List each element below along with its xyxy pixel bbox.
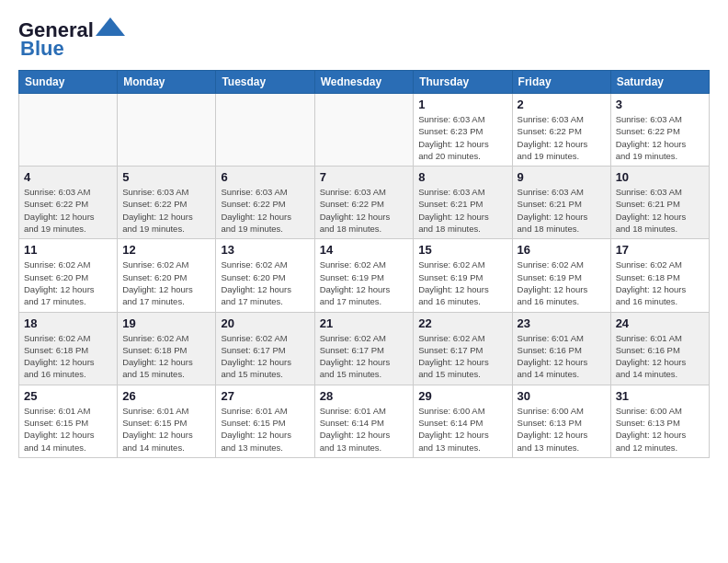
- day-info: Sunrise: 6:02 AM Sunset: 6:17 PM Dayligh…: [320, 332, 409, 381]
- day-info: Sunrise: 6:01 AM Sunset: 6:14 PM Dayligh…: [320, 405, 409, 454]
- day-info: Sunrise: 6:02 AM Sunset: 6:17 PM Dayligh…: [221, 332, 309, 381]
- day-info: Sunrise: 6:01 AM Sunset: 6:16 PM Dayligh…: [616, 332, 704, 381]
- day-number: 20: [221, 316, 309, 330]
- calendar-day-header: Monday: [118, 71, 216, 94]
- day-info: Sunrise: 6:03 AM Sunset: 6:22 PM Dayligh…: [221, 186, 309, 235]
- day-number: 16: [518, 243, 606, 257]
- day-number: 8: [418, 170, 506, 184]
- logo: General Blue: [18, 18, 125, 61]
- calendar-cell: [314, 94, 414, 167]
- logo-icon: [96, 17, 125, 36]
- svg-marker-0: [96, 17, 125, 36]
- day-info: Sunrise: 6:00 AM Sunset: 6:13 PM Dayligh…: [616, 405, 704, 454]
- calendar-cell: 20Sunrise: 6:02 AM Sunset: 6:17 PM Dayli…: [216, 312, 314, 385]
- day-info: Sunrise: 6:03 AM Sunset: 6:21 PM Dayligh…: [518, 186, 606, 235]
- calendar-cell: 12Sunrise: 6:02 AM Sunset: 6:20 PM Dayli…: [118, 239, 216, 312]
- calendar-cell: 4Sunrise: 6:03 AM Sunset: 6:22 PM Daylig…: [19, 167, 118, 239]
- day-number: 14: [320, 243, 409, 257]
- calendar-cell: 29Sunrise: 6:00 AM Sunset: 6:14 PM Dayli…: [414, 385, 512, 457]
- calendar-day-header: Saturday: [610, 71, 709, 94]
- day-info: Sunrise: 6:03 AM Sunset: 6:22 PM Dayligh…: [616, 113, 704, 162]
- calendar-cell: 31Sunrise: 6:00 AM Sunset: 6:13 PM Dayli…: [610, 385, 709, 457]
- day-number: 1: [418, 98, 506, 111]
- calendar-cell: 22Sunrise: 6:02 AM Sunset: 6:17 PM Dayli…: [414, 312, 512, 385]
- day-number: 23: [518, 316, 606, 330]
- day-number: 3: [616, 98, 704, 111]
- day-number: 31: [616, 389, 704, 403]
- day-info: Sunrise: 6:02 AM Sunset: 6:19 PM Dayligh…: [418, 259, 506, 307]
- page-header: General Blue: [18, 18, 710, 61]
- day-info: Sunrise: 6:00 AM Sunset: 6:14 PM Dayligh…: [418, 405, 506, 454]
- calendar-week-row: 25Sunrise: 6:01 AM Sunset: 6:15 PM Dayli…: [19, 385, 710, 457]
- calendar-cell: 8Sunrise: 6:03 AM Sunset: 6:21 PM Daylig…: [414, 167, 512, 239]
- day-info: Sunrise: 6:02 AM Sunset: 6:17 PM Dayligh…: [418, 332, 506, 381]
- calendar-cell: 30Sunrise: 6:00 AM Sunset: 6:13 PM Dayli…: [512, 385, 610, 457]
- calendar-cell: 9Sunrise: 6:03 AM Sunset: 6:21 PM Daylig…: [512, 167, 610, 239]
- day-number: 30: [518, 389, 606, 403]
- day-number: 10: [616, 170, 704, 184]
- day-number: 11: [24, 243, 112, 257]
- day-number: 18: [24, 316, 112, 330]
- calendar-day-header: Wednesday: [314, 71, 414, 94]
- day-info: Sunrise: 6:01 AM Sunset: 6:15 PM Dayligh…: [24, 405, 112, 454]
- calendar-cell: [118, 94, 216, 167]
- day-info: Sunrise: 6:02 AM Sunset: 6:19 PM Dayligh…: [320, 259, 409, 307]
- day-number: 28: [320, 389, 409, 403]
- calendar-header-row: SundayMondayTuesdayWednesdayThursdayFrid…: [19, 71, 710, 94]
- calendar-cell: 11Sunrise: 6:02 AM Sunset: 6:20 PM Dayli…: [19, 239, 118, 312]
- day-info: Sunrise: 6:02 AM Sunset: 6:19 PM Dayligh…: [518, 259, 606, 307]
- calendar-cell: 5Sunrise: 6:03 AM Sunset: 6:22 PM Daylig…: [118, 167, 216, 239]
- day-number: 6: [221, 170, 309, 184]
- day-number: 26: [122, 389, 210, 403]
- day-number: 19: [122, 316, 210, 330]
- day-info: Sunrise: 6:02 AM Sunset: 6:18 PM Dayligh…: [24, 332, 112, 381]
- calendar-cell: 26Sunrise: 6:01 AM Sunset: 6:15 PM Dayli…: [118, 385, 216, 457]
- day-number: 17: [616, 243, 704, 257]
- calendar-week-row: 11Sunrise: 6:02 AM Sunset: 6:20 PM Dayli…: [19, 239, 710, 312]
- day-number: 27: [221, 389, 309, 403]
- day-number: 4: [24, 170, 112, 184]
- day-number: 5: [122, 170, 210, 184]
- day-number: 25: [24, 389, 112, 403]
- day-info: Sunrise: 6:02 AM Sunset: 6:20 PM Dayligh…: [122, 259, 210, 307]
- day-info: Sunrise: 6:03 AM Sunset: 6:22 PM Dayligh…: [518, 113, 606, 162]
- day-number: 9: [518, 170, 606, 184]
- calendar-cell: 3Sunrise: 6:03 AM Sunset: 6:22 PM Daylig…: [610, 94, 709, 167]
- day-number: 21: [320, 316, 409, 330]
- calendar-cell: 14Sunrise: 6:02 AM Sunset: 6:19 PM Dayli…: [314, 239, 414, 312]
- calendar-cell: 24Sunrise: 6:01 AM Sunset: 6:16 PM Dayli…: [610, 312, 709, 385]
- calendar-day-header: Friday: [512, 71, 610, 94]
- calendar-cell: 21Sunrise: 6:02 AM Sunset: 6:17 PM Dayli…: [314, 312, 414, 385]
- calendar: SundayMondayTuesdayWednesdayThursdayFrid…: [18, 70, 710, 458]
- day-number: 29: [418, 389, 506, 403]
- calendar-cell: 23Sunrise: 6:01 AM Sunset: 6:16 PM Dayli…: [512, 312, 610, 385]
- calendar-week-row: 18Sunrise: 6:02 AM Sunset: 6:18 PM Dayli…: [19, 312, 710, 385]
- day-info: Sunrise: 6:03 AM Sunset: 6:21 PM Dayligh…: [418, 186, 506, 235]
- day-info: Sunrise: 6:02 AM Sunset: 6:20 PM Dayligh…: [24, 259, 112, 307]
- day-number: 13: [221, 243, 309, 257]
- calendar-week-row: 4Sunrise: 6:03 AM Sunset: 6:22 PM Daylig…: [19, 167, 710, 239]
- day-number: 12: [122, 243, 210, 257]
- day-info: Sunrise: 6:01 AM Sunset: 6:16 PM Dayligh…: [518, 332, 606, 381]
- calendar-week-row: 1Sunrise: 6:03 AM Sunset: 6:23 PM Daylig…: [19, 94, 710, 167]
- day-number: 24: [616, 316, 704, 330]
- calendar-cell: 28Sunrise: 6:01 AM Sunset: 6:14 PM Dayli…: [314, 385, 414, 457]
- day-number: 7: [320, 170, 409, 184]
- calendar-cell: 19Sunrise: 6:02 AM Sunset: 6:18 PM Dayli…: [118, 312, 216, 385]
- calendar-cell: 6Sunrise: 6:03 AM Sunset: 6:22 PM Daylig…: [216, 167, 314, 239]
- calendar-cell: 2Sunrise: 6:03 AM Sunset: 6:22 PM Daylig…: [512, 94, 610, 167]
- day-info: Sunrise: 6:03 AM Sunset: 6:23 PM Dayligh…: [418, 113, 506, 162]
- calendar-cell: 27Sunrise: 6:01 AM Sunset: 6:15 PM Dayli…: [216, 385, 314, 457]
- day-number: 15: [418, 243, 506, 257]
- calendar-cell: 17Sunrise: 6:02 AM Sunset: 6:18 PM Dayli…: [610, 239, 709, 312]
- calendar-cell: 15Sunrise: 6:02 AM Sunset: 6:19 PM Dayli…: [414, 239, 512, 312]
- calendar-cell: 7Sunrise: 6:03 AM Sunset: 6:22 PM Daylig…: [314, 167, 414, 239]
- day-info: Sunrise: 6:02 AM Sunset: 6:18 PM Dayligh…: [122, 332, 210, 381]
- calendar-cell: 25Sunrise: 6:01 AM Sunset: 6:15 PM Dayli…: [19, 385, 118, 457]
- calendar-day-header: Sunday: [19, 71, 118, 94]
- day-info: Sunrise: 6:00 AM Sunset: 6:13 PM Dayligh…: [518, 405, 606, 454]
- calendar-day-header: Tuesday: [216, 71, 314, 94]
- day-info: Sunrise: 6:02 AM Sunset: 6:20 PM Dayligh…: [221, 259, 309, 307]
- logo-blue: Blue: [20, 37, 64, 61]
- day-info: Sunrise: 6:01 AM Sunset: 6:15 PM Dayligh…: [221, 405, 309, 454]
